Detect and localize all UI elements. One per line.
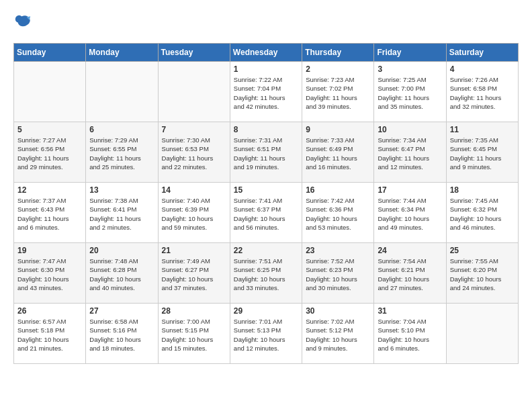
day-number: 15: [234, 185, 298, 195]
logo: [13, 13, 35, 32]
calendar-cell: 19Sunrise: 7:47 AM Sunset: 6:30 PM Dayli…: [14, 243, 86, 304]
calendar-cell: 29Sunrise: 7:01 AM Sunset: 5:13 PM Dayli…: [230, 304, 302, 364]
day-number: 4: [450, 64, 515, 74]
day-info: Sunrise: 7:30 AM Sunset: 6:53 PM Dayligh…: [162, 136, 226, 171]
calendar-cell: 3Sunrise: 7:25 AM Sunset: 7:00 PM Daylig…: [374, 62, 446, 122]
calendar-table: SundayMondayTuesdayWednesdayThursdayFrid…: [13, 43, 519, 364]
day-info: Sunrise: 7:02 AM Sunset: 5:12 PM Dayligh…: [306, 317, 370, 353]
calendar-cell: 10Sunrise: 7:34 AM Sunset: 6:47 PM Dayli…: [374, 122, 446, 183]
day-info: Sunrise: 7:35 AM Sunset: 6:45 PM Dayligh…: [450, 136, 515, 171]
day-number: 8: [234, 125, 298, 134]
day-info: Sunrise: 7:49 AM Sunset: 6:27 PM Dayligh…: [162, 257, 226, 292]
calendar-cell: 28Sunrise: 7:00 AM Sunset: 5:15 PM Dayli…: [158, 304, 230, 364]
day-info: Sunrise: 7:33 AM Sunset: 6:49 PM Dayligh…: [306, 136, 370, 171]
calendar-cell: 6Sunrise: 7:29 AM Sunset: 6:55 PM Daylig…: [86, 122, 158, 183]
day-number: 21: [162, 246, 226, 255]
day-info: Sunrise: 7:31 AM Sunset: 6:51 PM Dayligh…: [234, 136, 298, 171]
day-info: Sunrise: 7:25 AM Sunset: 7:00 PM Dayligh…: [378, 75, 442, 111]
day-number: 9: [306, 125, 370, 134]
day-number: 23: [306, 246, 370, 255]
day-number: 6: [89, 125, 154, 134]
day-info: Sunrise: 6:58 AM Sunset: 5:16 PM Dayligh…: [89, 317, 154, 353]
calendar-cell: 5Sunrise: 7:27 AM Sunset: 6:56 PM Daylig…: [14, 122, 86, 183]
calendar-week-row: 19Sunrise: 7:47 AM Sunset: 6:30 PM Dayli…: [14, 243, 519, 304]
day-info: Sunrise: 7:48 AM Sunset: 6:28 PM Dayligh…: [89, 257, 154, 292]
calendar-cell: 11Sunrise: 7:35 AM Sunset: 6:45 PM Dayli…: [446, 122, 518, 183]
day-number: 7: [162, 125, 226, 134]
day-number: 27: [89, 306, 154, 316]
header-wednesday: Wednesday: [230, 44, 302, 62]
day-number: 20: [89, 246, 154, 255]
header-tuesday: Tuesday: [158, 44, 230, 62]
calendar-cell: 2Sunrise: 7:23 AM Sunset: 7:02 PM Daylig…: [302, 62, 374, 122]
calendar-cell: [158, 62, 230, 122]
day-info: Sunrise: 7:26 AM Sunset: 6:58 PM Dayligh…: [450, 75, 515, 111]
header-saturday: Saturday: [446, 44, 518, 62]
logo-icon: [13, 13, 32, 32]
day-info: Sunrise: 7:01 AM Sunset: 5:13 PM Dayligh…: [234, 317, 298, 353]
day-info: Sunrise: 7:52 AM Sunset: 6:23 PM Dayligh…: [306, 257, 370, 292]
page-header: [13, 13, 519, 32]
day-info: Sunrise: 7:55 AM Sunset: 6:20 PM Dayligh…: [450, 257, 515, 292]
calendar-cell: 1Sunrise: 7:22 AM Sunset: 7:04 PM Daylig…: [230, 62, 302, 122]
header-monday: Monday: [86, 44, 158, 62]
day-number: 30: [306, 306, 370, 316]
calendar-header-row: SundayMondayTuesdayWednesdayThursdayFrid…: [14, 44, 519, 62]
calendar-cell: 25Sunrise: 7:55 AM Sunset: 6:20 PM Dayli…: [446, 243, 518, 304]
day-number: 17: [378, 185, 442, 195]
calendar-cell: 20Sunrise: 7:48 AM Sunset: 6:28 PM Dayli…: [86, 243, 158, 304]
day-info: Sunrise: 6:57 AM Sunset: 5:18 PM Dayligh…: [17, 317, 82, 353]
day-info: Sunrise: 7:41 AM Sunset: 6:37 PM Dayligh…: [234, 196, 298, 232]
day-info: Sunrise: 7:44 AM Sunset: 6:34 PM Dayligh…: [378, 196, 442, 232]
day-number: 13: [89, 185, 154, 195]
day-number: 31: [378, 306, 442, 316]
day-info: Sunrise: 7:42 AM Sunset: 6:36 PM Dayligh…: [306, 196, 370, 232]
calendar-cell: 7Sunrise: 7:30 AM Sunset: 6:53 PM Daylig…: [158, 122, 230, 183]
calendar-cell: [86, 62, 158, 122]
day-number: 19: [17, 246, 82, 255]
day-info: Sunrise: 7:04 AM Sunset: 5:10 PM Dayligh…: [378, 317, 442, 353]
calendar-cell: [14, 62, 86, 122]
calendar-cell: 31Sunrise: 7:04 AM Sunset: 5:10 PM Dayli…: [374, 304, 446, 364]
day-number: 1: [234, 64, 298, 74]
day-number: 25: [450, 246, 515, 255]
calendar-cell: 24Sunrise: 7:54 AM Sunset: 6:21 PM Dayli…: [374, 243, 446, 304]
calendar-cell: 23Sunrise: 7:52 AM Sunset: 6:23 PM Dayli…: [302, 243, 374, 304]
day-info: Sunrise: 7:23 AM Sunset: 7:02 PM Dayligh…: [306, 75, 370, 111]
day-info: Sunrise: 7:27 AM Sunset: 6:56 PM Dayligh…: [17, 136, 82, 171]
header-sunday: Sunday: [14, 44, 86, 62]
day-info: Sunrise: 7:51 AM Sunset: 6:25 PM Dayligh…: [234, 257, 298, 292]
calendar-cell: 16Sunrise: 7:42 AM Sunset: 6:36 PM Dayli…: [302, 183, 374, 243]
day-number: 11: [450, 125, 515, 134]
calendar-cell: 12Sunrise: 7:37 AM Sunset: 6:43 PM Dayli…: [14, 183, 86, 243]
calendar-cell: 30Sunrise: 7:02 AM Sunset: 5:12 PM Dayli…: [302, 304, 374, 364]
calendar-cell: 18Sunrise: 7:45 AM Sunset: 6:32 PM Dayli…: [446, 183, 518, 243]
day-number: 22: [234, 246, 298, 255]
calendar-cell: 9Sunrise: 7:33 AM Sunset: 6:49 PM Daylig…: [302, 122, 374, 183]
day-number: 16: [306, 185, 370, 195]
day-info: Sunrise: 7:40 AM Sunset: 6:39 PM Dayligh…: [162, 196, 226, 232]
day-info: Sunrise: 7:38 AM Sunset: 6:41 PM Dayligh…: [89, 196, 154, 232]
calendar-cell: 13Sunrise: 7:38 AM Sunset: 6:41 PM Dayli…: [86, 183, 158, 243]
day-info: Sunrise: 7:45 AM Sunset: 6:32 PM Dayligh…: [450, 196, 515, 232]
calendar-cell: 22Sunrise: 7:51 AM Sunset: 6:25 PM Dayli…: [230, 243, 302, 304]
calendar-cell: 8Sunrise: 7:31 AM Sunset: 6:51 PM Daylig…: [230, 122, 302, 183]
calendar-cell: [446, 304, 518, 364]
day-number: 10: [378, 125, 442, 134]
calendar-week-row: 5Sunrise: 7:27 AM Sunset: 6:56 PM Daylig…: [14, 122, 519, 183]
calendar-week-row: 26Sunrise: 6:57 AM Sunset: 5:18 PM Dayli…: [14, 304, 519, 364]
day-number: 5: [17, 125, 82, 134]
day-number: 2: [306, 64, 370, 74]
calendar-week-row: 12Sunrise: 7:37 AM Sunset: 6:43 PM Dayli…: [14, 183, 519, 243]
calendar-cell: 21Sunrise: 7:49 AM Sunset: 6:27 PM Dayli…: [158, 243, 230, 304]
day-info: Sunrise: 7:37 AM Sunset: 6:43 PM Dayligh…: [17, 196, 82, 232]
header-thursday: Thursday: [302, 44, 374, 62]
calendar-cell: 27Sunrise: 6:58 AM Sunset: 5:16 PM Dayli…: [86, 304, 158, 364]
day-number: 12: [17, 185, 82, 195]
calendar-cell: 4Sunrise: 7:26 AM Sunset: 6:58 PM Daylig…: [446, 62, 518, 122]
day-info: Sunrise: 7:54 AM Sunset: 6:21 PM Dayligh…: [378, 257, 442, 292]
day-number: 24: [378, 246, 442, 255]
calendar-cell: 17Sunrise: 7:44 AM Sunset: 6:34 PM Dayli…: [374, 183, 446, 243]
day-number: 29: [234, 306, 298, 316]
header-friday: Friday: [374, 44, 446, 62]
